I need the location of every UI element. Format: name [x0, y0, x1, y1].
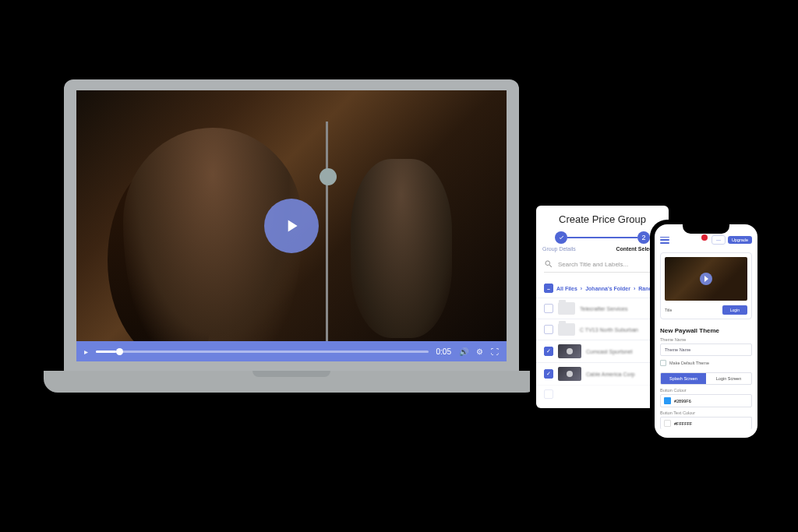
paywall-form: New Paywall Theme Theme Name Theme Name …: [660, 327, 752, 429]
row-checkbox[interactable]: ✓: [544, 369, 553, 379]
make-default-checkbox[interactable]: Make Default Theme: [660, 360, 752, 366]
checkbox-icon: [660, 360, 666, 366]
tab-splash[interactable]: Splash Screen: [661, 373, 706, 384]
search-placeholder: Search Title and Labels...: [558, 261, 628, 268]
breadcrumb-sep: ›: [634, 286, 635, 291]
list-item[interactable]: ✓ Cable America Corp: [536, 362, 669, 385]
row-checkbox[interactable]: [544, 325, 553, 334]
notification-badge[interactable]: [701, 234, 708, 241]
list-item[interactable]: ✓ Comcast Sportsnet: [536, 340, 669, 362]
menu-icon[interactable]: [660, 237, 669, 244]
step-line: [567, 237, 637, 238]
check-icon: [558, 234, 565, 241]
section-title: New Paywall Theme: [660, 327, 752, 334]
seek-knob[interactable]: [116, 348, 123, 355]
theme-name-label: Theme Name: [660, 337, 752, 342]
breadcrumb-folder[interactable]: Johanna's Folder: [585, 286, 630, 291]
breadcrumb-sep: ›: [581, 286, 582, 291]
video-time: 0:05: [436, 347, 451, 356]
folder-icon: [558, 323, 575, 336]
colour-swatch: [664, 397, 671, 404]
tablet-screen: Create Price Group 2 Group Details Conte…: [536, 206, 669, 408]
settings-icon[interactable]: ⚙: [476, 347, 483, 356]
page-title: Create Price Group: [536, 206, 669, 231]
seek-progress: [96, 351, 116, 353]
play-small-icon[interactable]: ▸: [84, 347, 88, 356]
row-checkbox[interactable]: [544, 389, 553, 399]
laptop-mockup: ▸ 0:05 🔊 ⚙ ⛶: [64, 79, 519, 393]
play-button[interactable]: [264, 199, 319, 253]
button-colour-input[interactable]: #2899F6: [660, 394, 752, 407]
row-label: Comcast Sportsnet: [586, 349, 633, 354]
button-text-colour-label: Button Text Colour: [660, 410, 752, 415]
make-default-label: Make Default Theme: [669, 361, 709, 365]
tab-login[interactable]: Login Screen: [706, 373, 751, 384]
folder-icon: [558, 302, 575, 315]
volume-icon[interactable]: 🔊: [459, 347, 468, 356]
search-icon: [544, 259, 553, 269]
account-link[interactable]: ⋯: [711, 235, 726, 245]
theme-name-input[interactable]: Theme Name: [660, 344, 752, 356]
button-text-colour-value: #FFFFFF: [674, 421, 692, 426]
row-label: Cable America Corp: [586, 372, 635, 377]
video-player[interactable]: ▸ 0:05 🔊 ⚙ ⛶: [76, 90, 507, 361]
button-text-colour-input[interactable]: #FFFFFF: [660, 417, 752, 429]
play-icon: [700, 273, 712, 285]
seek-bar[interactable]: [96, 351, 429, 353]
breadcrumb-root[interactable]: All Files: [556, 286, 577, 291]
laptop-bezel: ▸ 0:05 🔊 ⚙ ⛶: [64, 79, 519, 371]
button-colour-label: Button Colour: [660, 388, 752, 393]
upgrade-button[interactable]: Upgrade: [728, 236, 752, 244]
video-scene: [320, 168, 337, 185]
play-icon: [567, 348, 573, 354]
phone-screen: ⋯ Upgrade Title Login New Paywall Theme …: [655, 224, 757, 438]
video-thumb: [558, 344, 581, 358]
play-icon: [281, 216, 302, 236]
button-colour-value: #2899F6: [674, 399, 691, 403]
paywall-preview: Title Login: [660, 252, 752, 319]
breadcrumb: – All Files › Johanna's Folder › Random: [544, 284, 661, 293]
step-2-dot[interactable]: 2: [637, 231, 650, 244]
video-scene: [351, 159, 452, 338]
phone-mockup: ⋯ Upgrade Title Login New Paywall Theme …: [650, 220, 762, 442]
select-all-checkbox[interactable]: –: [544, 284, 553, 293]
row-checkbox[interactable]: ✓: [544, 347, 553, 356]
list-item[interactable]: [536, 385, 669, 403]
play-icon: [567, 371, 573, 377]
login-button[interactable]: Login: [722, 305, 747, 315]
search-input[interactable]: Search Title and Labels...: [544, 259, 661, 273]
row-label: Telecrafter Services: [580, 306, 627, 312]
preview-video[interactable]: [665, 257, 747, 301]
step-1-dot[interactable]: [555, 231, 567, 244]
fullscreen-icon[interactable]: ⛶: [491, 347, 499, 356]
step-1-label: Group Details: [542, 246, 576, 252]
phone-notch: [683, 224, 729, 234]
video-controls: ▸ 0:05 🔊 ⚙ ⛶: [76, 341, 507, 361]
screen-tabs: Splash Screen Login Screen: [660, 372, 752, 385]
row-label: C TV13 North Suburban: [580, 327, 638, 333]
colour-swatch: [664, 420, 671, 427]
row-checkbox[interactable]: [544, 304, 553, 313]
step-labels: Group Details Content Selection: [536, 244, 669, 252]
stepper: 2: [536, 231, 669, 244]
laptop-base: [44, 371, 539, 393]
video-scene: [326, 122, 328, 355]
preview-title: Title: [665, 308, 672, 312]
list-item[interactable]: C TV13 North Suburban: [536, 319, 669, 340]
video-thumb: [558, 367, 581, 381]
list-item[interactable]: Telecrafter Services: [536, 298, 669, 319]
